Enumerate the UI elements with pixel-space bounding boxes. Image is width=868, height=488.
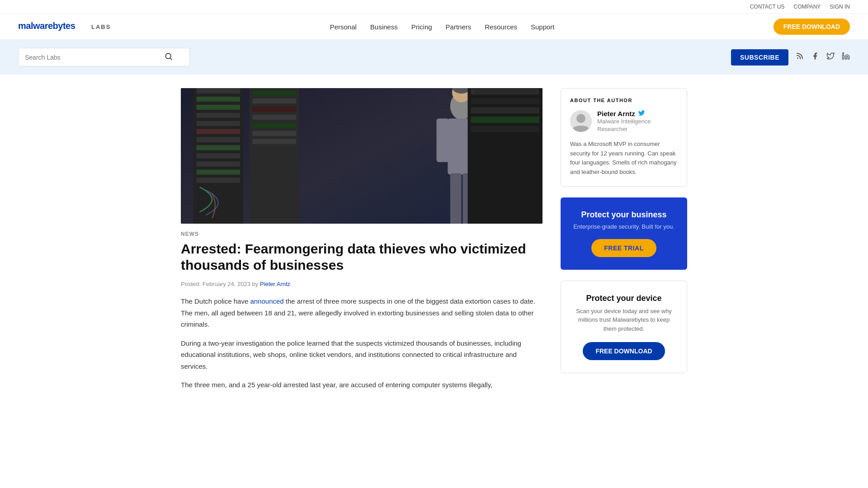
twitter-bird-icon <box>638 109 645 117</box>
svg-rect-4 <box>843 55 844 59</box>
by-label: by <box>252 281 260 287</box>
search-bar-section: SUBSCRIBE <box>0 40 868 75</box>
main-nav: malwarebytes LABS Personal Business Pric… <box>0 14 868 40</box>
free-download-button[interactable]: FREE DOWNLOAD <box>583 342 665 360</box>
search-icon <box>164 52 173 61</box>
malwarebytes-logo-svg: malwarebytes <box>18 19 90 32</box>
svg-rect-46 <box>471 117 539 123</box>
social-subscribe-area: SUBSCRIBE <box>731 49 850 66</box>
nav-links: Personal Business Pricing Partners Resou… <box>330 23 555 31</box>
author-twitter-icon[interactable] <box>638 109 645 118</box>
svg-rect-24 <box>253 90 297 95</box>
nav-resources[interactable]: Resources <box>485 23 517 31</box>
nav-support[interactable]: Support <box>531 23 555 31</box>
svg-rect-11 <box>196 97 240 102</box>
svg-rect-12 <box>196 105 240 110</box>
twitter-icon <box>826 52 835 60</box>
facebook-icon-link[interactable] <box>811 52 819 62</box>
svg-point-3 <box>797 57 798 59</box>
promo-business-title: Protect your business <box>571 210 676 220</box>
svg-line-2 <box>170 58 172 60</box>
avatar-image <box>570 110 592 132</box>
sign-in-link[interactable]: SIGN IN <box>830 4 850 10</box>
nav-personal[interactable]: Personal <box>330 23 357 31</box>
article-hero-image <box>181 88 542 224</box>
logo[interactable]: malwarebytes LABS <box>18 19 111 34</box>
article-paragraph-1: The Dutch police have announced the arre… <box>181 296 542 330</box>
author-name-wrap: Pieter Arntz Malware Intelligence Resear… <box>597 109 651 133</box>
svg-rect-16 <box>196 137 240 142</box>
promo-card-device: Protect your device Scan your device tod… <box>561 281 687 374</box>
article-main: NEWS Arrested: Fearmongering data thieve… <box>181 88 542 398</box>
svg-rect-10 <box>196 88 240 94</box>
svg-rect-20 <box>196 169 240 174</box>
svg-rect-45 <box>471 107 539 113</box>
svg-rect-25 <box>253 99 297 103</box>
linkedin-icon-link[interactable] <box>842 52 850 62</box>
svg-rect-19 <box>196 161 240 166</box>
facebook-icon <box>811 52 819 60</box>
contact-us-link[interactable]: CONTACT US <box>750 4 785 10</box>
company-link[interactable]: COMPANY <box>794 4 821 10</box>
promo-device-title: Protect your device <box>572 294 676 303</box>
article-date: February 24, 2023 <box>203 281 250 287</box>
svg-rect-21 <box>196 178 240 183</box>
promo-business-subtitle: Enterprise-grade security. Built for you… <box>571 223 676 230</box>
rss-icon-link[interactable] <box>796 52 804 62</box>
search-input[interactable] <box>25 54 160 61</box>
sidebar: ABOUT THE AUTHOR Pieter Arntz <box>561 88 687 398</box>
svg-point-1 <box>165 53 171 59</box>
free-trial-button[interactable]: FREE TRIAL <box>591 239 656 257</box>
svg-rect-30 <box>253 139 297 144</box>
article-author-link[interactable]: Pieter Arntz <box>260 281 290 287</box>
author-section-title: ABOUT THE AUTHOR <box>570 98 678 103</box>
svg-rect-47 <box>471 126 539 132</box>
svg-rect-18 <box>196 153 240 158</box>
article-body: The Dutch police have announced the arre… <box>181 296 542 391</box>
search-wrapper <box>18 48 190 66</box>
article-meta: Posted: February 24, 2023 by Pieter Arnt… <box>181 281 542 287</box>
author-role: Malware Intelligence Researcher <box>597 118 651 133</box>
nav-cta-button[interactable]: FREE DOWNLOAD <box>774 19 850 35</box>
article-paragraph-3: The three men, and a 25 year-old arreste… <box>181 379 542 391</box>
svg-rect-13 <box>196 113 240 118</box>
content-area: NEWS Arrested: Fearmongering data thieve… <box>163 75 705 412</box>
rss-icon <box>796 52 804 60</box>
svg-rect-38 <box>450 174 462 224</box>
promo-device-subtitle: Scan your device today and see why milli… <box>572 307 676 333</box>
svg-rect-27 <box>253 115 297 120</box>
svg-point-51 <box>576 114 585 123</box>
svg-rect-26 <box>253 107 297 112</box>
author-avatar <box>570 110 592 132</box>
svg-rect-15 <box>196 129 240 134</box>
posted-label: Posted: <box>181 281 201 287</box>
nav-business[interactable]: Business <box>370 23 398 31</box>
linkedin-icon <box>842 52 850 60</box>
author-card: ABOUT THE AUTHOR Pieter Arntz <box>561 88 687 187</box>
svg-rect-44 <box>471 98 539 104</box>
subscribe-button[interactable]: SUBSCRIBE <box>731 49 788 66</box>
svg-point-5 <box>843 53 844 54</box>
promo-card-business: Protect your business Enterprise-grade s… <box>561 197 687 270</box>
svg-rect-43 <box>471 89 539 95</box>
svg-rect-28 <box>253 123 297 128</box>
svg-rect-35 <box>437 118 449 162</box>
svg-text:malwarebytes: malwarebytes <box>18 21 75 31</box>
logo-labs-text: LABS <box>91 23 111 30</box>
svg-rect-14 <box>196 121 240 126</box>
utility-bar: CONTACT US COMPANY SIGN IN <box>0 0 868 14</box>
hero-illustration <box>181 88 542 224</box>
logo-text: malwarebytes <box>18 19 90 34</box>
announced-link[interactable]: announced <box>250 297 283 305</box>
author-bio: Was a Microsoft MVP in consumer security… <box>570 140 678 177</box>
nav-partners[interactable]: Partners <box>446 23 472 31</box>
svg-point-49 <box>471 90 474 94</box>
twitter-icon-link[interactable] <box>826 52 835 62</box>
author-info: Pieter Arntz Malware Intelligence Resear… <box>570 109 678 133</box>
svg-rect-17 <box>196 145 240 150</box>
article-category: NEWS <box>181 231 542 237</box>
search-button[interactable] <box>164 52 173 62</box>
svg-rect-29 <box>253 131 297 136</box>
author-name: Pieter Arntz <box>597 110 635 117</box>
nav-pricing[interactable]: Pricing <box>411 23 432 31</box>
